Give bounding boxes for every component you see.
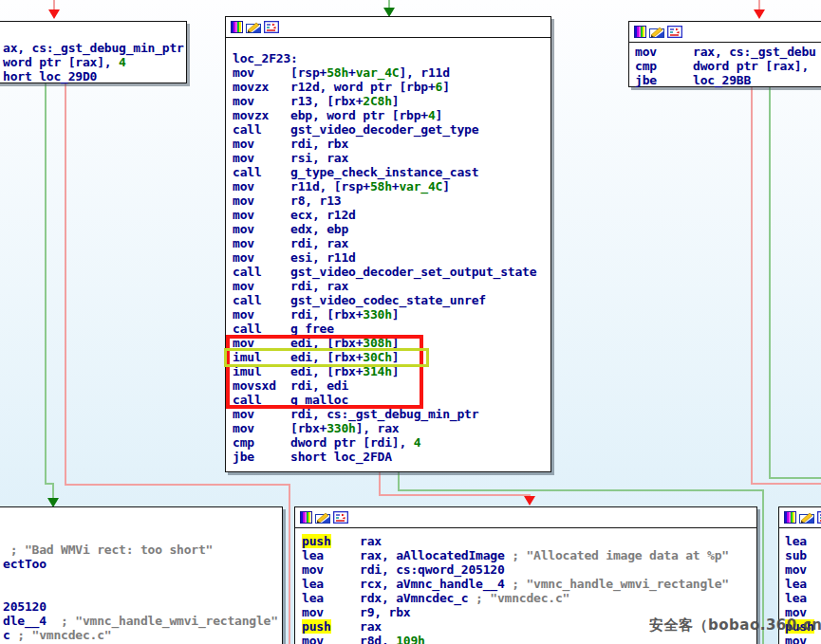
asm-token[interactable]: mov bbox=[785, 634, 807, 644]
asm-token[interactable]: mov [rbx+ bbox=[233, 421, 327, 435]
asm-token[interactable]: 4 bbox=[414, 435, 421, 450]
asm-token[interactable]: lea rax, aAllocatedImage bbox=[302, 548, 512, 562]
asm-line[interactable]: sub bbox=[785, 548, 821, 562]
asm-line[interactable]: jbe short loc_2FDA bbox=[233, 450, 550, 464]
asm-token[interactable]: mov r8d, bbox=[302, 634, 396, 644]
asm-token[interactable]: jbe short loc_2FDA bbox=[233, 450, 392, 464]
asm-line[interactable]: c ; "vmncdec.c" bbox=[3, 628, 282, 642]
asm-line[interactable]: mov rax, cs:_gst_debu bbox=[635, 45, 821, 59]
asm-token[interactable]: cmp dword ptr [rdi], bbox=[233, 435, 414, 450]
asm-line[interactable]: push rax bbox=[302, 534, 756, 548]
asm-token[interactable]: ; "Allocated image data at %p" bbox=[512, 548, 729, 562]
asm-token[interactable]: 58h bbox=[370, 179, 392, 193]
asm-token[interactable]: 314h bbox=[363, 364, 392, 378]
asm-line[interactable]: mov rdi, [rbx+330h] bbox=[233, 307, 550, 322]
asm-token[interactable]: mov esi, r11d bbox=[233, 250, 356, 265]
asm-line[interactable]: mov r11d, [rsp+58h+var_4C] bbox=[233, 179, 550, 193]
asm-line[interactable]: movsxd rdi, edi bbox=[233, 378, 550, 393]
asm-line[interactable]: mov [rsp+58h+var_4C], r11d bbox=[233, 65, 550, 80]
asm-line[interactable]: lea bbox=[785, 591, 821, 605]
asm-line[interactable]: movzx r12d, word ptr [rbp+6] bbox=[233, 80, 550, 94]
asm-line[interactable]: movzx ebp, word ptr [rbp+4] bbox=[233, 108, 550, 122]
basic-block-top-left[interactable]: ax, cs:_gst_debug_min_ptrword ptr [rax],… bbox=[0, 21, 187, 83]
asm-line[interactable]: cmp dword ptr [rdi], 4 bbox=[233, 435, 550, 450]
asm-line[interactable]: mov r8d, 109h bbox=[302, 634, 756, 644]
asm-line[interactable]: imul edi, [rbx+314h] bbox=[233, 364, 550, 378]
asm-token[interactable]: ; "vmncdec.c" bbox=[476, 591, 569, 605]
asm-token[interactable]: rax bbox=[331, 619, 382, 634]
asm-line[interactable]: call gst_video_decoder_get_type bbox=[233, 122, 550, 137]
asm-token[interactable]: 308h bbox=[363, 336, 392, 350]
asm-line[interactable]: call g_malloc bbox=[233, 393, 550, 407]
asm-line[interactable]: cmp dword ptr [rax], bbox=[635, 59, 821, 73]
asm-line[interactable]: mov rdi, rbx bbox=[233, 137, 550, 151]
asm-token[interactable]: 109h bbox=[396, 634, 425, 644]
asm-token[interactable]: c bbox=[3, 628, 17, 642]
asm-token[interactable]: imul edi, [rbx+ bbox=[233, 364, 363, 378]
asm-token[interactable]: var_4C bbox=[356, 65, 400, 80]
asm-line[interactable]: dle__4 ; "vmnc_handle_wmvi_rectangle" bbox=[3, 614, 282, 628]
asm-token[interactable]: ], rax bbox=[356, 421, 400, 435]
asm-token[interactable]: movzx r12d, word ptr [rbp+ bbox=[233, 80, 436, 94]
asm-line[interactable]: mov ecx, r12d bbox=[233, 208, 550, 222]
asm-token[interactable]: 330h bbox=[363, 307, 392, 322]
asm-line[interactable]: ; "Bad WMVi rect: too short" bbox=[3, 543, 282, 557]
palette-icon[interactable] bbox=[300, 511, 312, 524]
palette-icon[interactable] bbox=[634, 26, 646, 38]
asm-line[interactable]: jbe loc_29BB bbox=[635, 73, 821, 87]
asm-token[interactable]: mov rdi, [rbx+ bbox=[233, 307, 363, 322]
asm-token[interactable]: ectToo bbox=[3, 557, 47, 571]
asm-token[interactable]: mov r13, [rbx+ bbox=[233, 94, 363, 108]
asm-token[interactable]: lea rcx, aVmnc_handle__4 bbox=[302, 577, 512, 591]
asm-token[interactable]: mov rdi, rax bbox=[233, 279, 348, 293]
asm-line[interactable]: mov r13, [rbx+2C8h] bbox=[233, 94, 550, 108]
asm-line[interactable]: lea rcx, aVmnc_handle__4 ; "vmnc_handle_… bbox=[302, 577, 756, 591]
node-info-icon[interactable] bbox=[264, 21, 279, 33]
node-info-icon[interactable] bbox=[667, 26, 682, 38]
asm-token[interactable]: 30Ch bbox=[363, 350, 392, 364]
edit-pencil-icon[interactable] bbox=[799, 511, 814, 524]
asm-line[interactable]: mov rdi, rax bbox=[233, 236, 550, 250]
asm-token[interactable]: lea rdx, aVmncdec_c bbox=[302, 591, 476, 605]
asm-token[interactable]: mov rdi, cs:_gst_debug_min_ptr bbox=[233, 407, 478, 421]
edit-pencil-icon[interactable] bbox=[246, 21, 261, 33]
asm-line[interactable]: lea bbox=[785, 577, 821, 591]
asm-line[interactable]: mov edx, ebp bbox=[233, 222, 550, 236]
asm-line[interactable]: mov rsi, rax bbox=[233, 151, 550, 165]
asm-line[interactable]: 205120 bbox=[3, 599, 282, 614]
asm-token[interactable]: imul edi, [rbx+ bbox=[233, 350, 363, 364]
asm-line[interactable]: loc_2F23: bbox=[233, 51, 550, 65]
asm-line[interactable]: mov bbox=[785, 562, 821, 577]
asm-line[interactable]: ectToo bbox=[3, 557, 282, 571]
asm-token[interactable]: mov rdi, rbx bbox=[233, 137, 348, 151]
asm-token[interactable]: mov r8, r13 bbox=[233, 193, 341, 208]
node-info-icon[interactable] bbox=[333, 511, 348, 524]
asm-token[interactable]: rax bbox=[331, 534, 382, 548]
asm-line[interactable]: call gst_video_codec_state_unref bbox=[233, 293, 550, 307]
asm-token[interactable]: mov bbox=[785, 562, 807, 577]
asm-token[interactable]: mov edx, ebp bbox=[233, 222, 348, 236]
asm-token[interactable]: call gst_video_codec_state_unref bbox=[233, 293, 486, 307]
asm-token[interactable]: ] bbox=[392, 350, 400, 364]
edit-pencil-icon[interactable] bbox=[315, 511, 330, 524]
asm-line[interactable]: mov edi, [rbx+308h] bbox=[233, 336, 550, 350]
asm-line[interactable]: lea rdx, aVmncdec_c ; "vmncdec.c" bbox=[302, 591, 756, 605]
basic-block-bottom-left[interactable]: ; "Bad WMVi rect: too short"ectToo205120… bbox=[0, 506, 283, 644]
asm-token[interactable]: ; "vmnc_handle_wmvi_rectangle" bbox=[47, 614, 278, 628]
asm-token[interactable]: sub bbox=[785, 548, 807, 562]
asm-token[interactable]: 4 bbox=[428, 108, 436, 122]
asm-line[interactable]: mov esi, r11d bbox=[233, 250, 550, 265]
basic-block-loc_2F23[interactable]: loc_2F23:mov [rsp+58h+var_4C], r11dmovzx… bbox=[225, 16, 551, 472]
asm-token[interactable]: dle__4 bbox=[3, 614, 47, 628]
asm-token[interactable]: ] bbox=[392, 364, 400, 378]
asm-line[interactable]: call g_type_check_instance_cast bbox=[233, 165, 550, 179]
asm-line[interactable]: mov bbox=[785, 634, 821, 644]
asm-token[interactable]: mov rsi, rax bbox=[233, 151, 348, 165]
asm-token[interactable]: jbe loc_29BB bbox=[635, 73, 751, 87]
asm-line[interactable]: mov rdi, rax bbox=[233, 279, 550, 293]
basic-block-top-right[interactable]: mov rax, cs:_gst_debucmp dword ptr [rax]… bbox=[628, 21, 821, 87]
asm-token[interactable]: 330h bbox=[327, 421, 356, 435]
asm-token[interactable]: mov rdi, cs:qword_205120 bbox=[302, 562, 505, 577]
asm-line[interactable]: hort loc_29D0 bbox=[3, 69, 186, 83]
asm-token[interactable]: mov r11d, [rsp+ bbox=[233, 179, 370, 193]
